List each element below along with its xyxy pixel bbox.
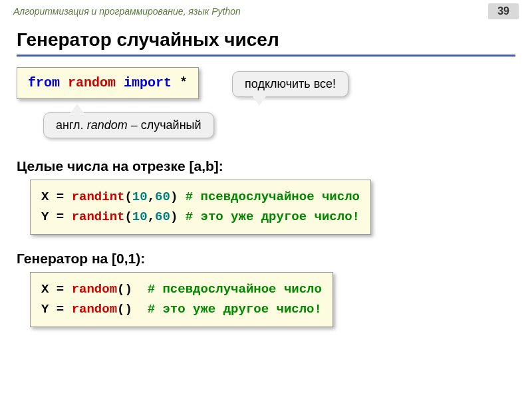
callout-word: random [87, 118, 128, 132]
row-random-note: англ. random – случайный [43, 112, 515, 138]
row-import: from random import * подключить все! [17, 67, 515, 99]
var-x: X [41, 190, 49, 204]
page-number: 39 [488, 3, 519, 19]
var-x: X [41, 282, 49, 297]
slide-content: Генератор случайных чисел from random im… [0, 23, 532, 334]
kw-import: import [124, 75, 172, 90]
fn-randint: randint [72, 209, 125, 224]
fn-random: random [72, 302, 117, 317]
callout-random: англ. random – случайный [43, 112, 214, 138]
comment: # это уже другое число! [148, 302, 322, 317]
num-10: 10 [132, 190, 148, 204]
num-60: 60 [155, 209, 170, 224]
num-10: 10 [132, 209, 148, 224]
code-import: from random import * [17, 67, 199, 99]
num-60: 60 [155, 190, 170, 204]
comment: # псевдослучайное число [148, 282, 322, 297]
kw-from: from [28, 75, 60, 90]
module-name: random [68, 75, 116, 90]
section-int-heading: Целые числа на отрезке [a,b]: [17, 158, 515, 174]
var-y: Y [41, 209, 49, 224]
comment: # псевдослучайное число [186, 190, 360, 204]
import-star: * [180, 75, 188, 90]
code-gen-block: X = random() # псевдослучайное число Y =… [30, 272, 333, 327]
callout-text: подключить все! [245, 77, 336, 90]
code-int-block: X = randint(10,60) # псевдослучайное чис… [30, 180, 371, 235]
var-y: Y [41, 302, 49, 317]
callout-connect: подключить все! [232, 71, 348, 97]
callout-prefix: англ. [56, 118, 87, 132]
page-title: Генератор случайных чисел [17, 29, 515, 57]
callout-tail-icon [70, 104, 84, 113]
header-bar: Алгоритмизация и программирование, язык … [0, 0, 532, 23]
callout-suffix: – случайный [128, 118, 201, 132]
section-gen-heading: Генератор на [0,1): [17, 251, 515, 267]
breadcrumb: Алгоритмизация и программирование, язык … [13, 6, 241, 17]
callout-tail-icon [253, 96, 266, 106]
fn-random: random [72, 282, 117, 297]
comment: # это уже другое число! [186, 209, 360, 224]
fn-randint: randint [72, 190, 125, 204]
